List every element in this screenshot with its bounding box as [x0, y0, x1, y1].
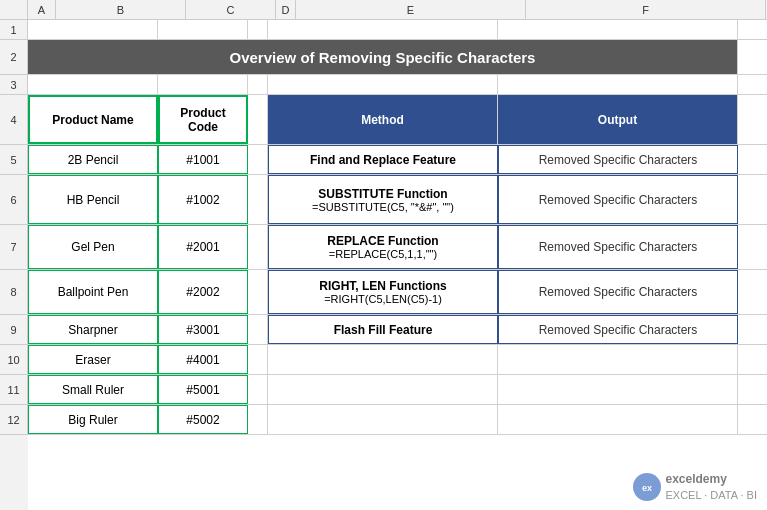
cell-f3 [498, 75, 738, 94]
cell-c1 [158, 20, 248, 39]
cell-d6 [248, 175, 268, 224]
product-code-1: #1002 [158, 175, 248, 224]
svg-text:ex: ex [641, 483, 651, 493]
cell-d3 [248, 75, 268, 94]
output-header: Output [498, 95, 738, 144]
row-6: HB Pencil #1002 SUBSTITUTE Function =SUB… [28, 175, 767, 225]
content-area: Overview of Removing Specific Characters… [28, 20, 767, 510]
row-7: Gel Pen #2001 REPLACE Function =REPLACE(… [28, 225, 767, 270]
product-name-header: Product Name [28, 95, 158, 144]
cell-d10 [248, 345, 268, 374]
method-2: REPLACE Function =REPLACE(C5,1,1,"") [268, 225, 498, 269]
row-4: Product Name Product Code Method Output [28, 95, 767, 145]
col-header-e: E [296, 0, 526, 19]
cell-c3 [158, 75, 248, 94]
col-header-c: C [186, 0, 276, 19]
spreadsheet: A B C D E F 1 2 3 4 5 6 7 8 9 10 11 12 [0, 0, 767, 510]
cell-d11 [248, 375, 268, 404]
cell-d5 [248, 145, 268, 174]
output-1: Removed Specific Characters [498, 175, 738, 224]
cell-f11 [498, 375, 738, 404]
product-code-2: #2001 [158, 225, 248, 269]
cell-e1 [268, 20, 498, 39]
product-name-6: Small Ruler [28, 375, 158, 404]
cell-e12 [268, 405, 498, 434]
cell-f1 [498, 20, 738, 39]
cell-b1 [28, 20, 158, 39]
row-num-4: 4 [0, 95, 28, 145]
product-name-7: Big Ruler [28, 405, 158, 434]
method-0: Find and Replace Feature [268, 145, 498, 174]
corner-cell [0, 0, 28, 19]
product-name-4: Sharpner [28, 315, 158, 344]
row-8: Ballpoint Pen #2002 RIGHT, LEN Functions… [28, 270, 767, 315]
row-num-12: 12 [0, 405, 28, 435]
cell-d8 [248, 270, 268, 314]
cell-d7 [248, 225, 268, 269]
row-12: Big Ruler #5002 [28, 405, 767, 435]
row-10: Eraser #4001 [28, 345, 767, 375]
watermark: ex exceldemy EXCEL · DATA · BI [633, 472, 758, 502]
method-4: Flash Fill Feature [268, 315, 498, 344]
product-name-5: Eraser [28, 345, 158, 374]
sheet-title: Overview of Removing Specific Characters [28, 40, 738, 74]
row-11: Small Ruler #5001 [28, 375, 767, 405]
row-num-6: 6 [0, 175, 28, 225]
row-numbers: 1 2 3 4 5 6 7 8 9 10 11 12 [0, 20, 28, 510]
cell-d9 [248, 315, 268, 344]
cell-f10 [498, 345, 738, 374]
product-code-6: #5001 [158, 375, 248, 404]
row-num-7: 7 [0, 225, 28, 270]
method-header: Method [268, 95, 498, 144]
cell-e11 [268, 375, 498, 404]
product-name-1: HB Pencil [28, 175, 158, 224]
cell-b3 [28, 75, 158, 94]
output-3: Removed Specific Characters [498, 270, 738, 314]
row-num-8: 8 [0, 270, 28, 315]
product-code-5: #4001 [158, 345, 248, 374]
cell-f12 [498, 405, 738, 434]
row-num-10: 10 [0, 345, 28, 375]
row-2: Overview of Removing Specific Characters [28, 40, 767, 75]
method-3: RIGHT, LEN Functions =RIGHT(C5,LEN(C5)-1… [268, 270, 498, 314]
col-header-a: A [28, 0, 56, 19]
output-4: Removed Specific Characters [498, 315, 738, 344]
cell-e3 [268, 75, 498, 94]
col-header-d: D [276, 0, 296, 19]
cell-d4 [248, 95, 268, 144]
watermark-text: exceldemy EXCEL · DATA · BI [666, 472, 758, 502]
row-num-11: 11 [0, 375, 28, 405]
output-2: Removed Specific Characters [498, 225, 738, 269]
output-0: Removed Specific Characters [498, 145, 738, 174]
col-header-f: F [526, 0, 766, 19]
product-code-4: #3001 [158, 315, 248, 344]
row-num-1: 1 [0, 20, 28, 40]
column-headers: A B C D E F [0, 0, 767, 20]
product-code-7: #5002 [158, 405, 248, 434]
cell-d1 [248, 20, 268, 39]
method-1: SUBSTITUTE Function =SUBSTITUTE(C5, "*&#… [268, 175, 498, 224]
row-num-2: 2 [0, 40, 28, 75]
row-3 [28, 75, 767, 95]
col-header-b: B [56, 0, 186, 19]
grid-body: 1 2 3 4 5 6 7 8 9 10 11 12 O [0, 20, 767, 510]
watermark-logo: ex [633, 473, 661, 501]
row-9: Sharpner #3001 Flash Fill Feature Remove… [28, 315, 767, 345]
cell-e10 [268, 345, 498, 374]
product-name-2: Gel Pen [28, 225, 158, 269]
row-1 [28, 20, 767, 40]
row-5: 2B Pencil #1001 Find and Replace Feature… [28, 145, 767, 175]
product-code-3: #2002 [158, 270, 248, 314]
product-code-0: #1001 [158, 145, 248, 174]
cell-d12 [248, 405, 268, 434]
row-num-3: 3 [0, 75, 28, 95]
product-code-header: Product Code [158, 95, 248, 144]
product-name-0: 2B Pencil [28, 145, 158, 174]
row-num-9: 9 [0, 315, 28, 345]
product-name-3: Ballpoint Pen [28, 270, 158, 314]
row-num-5: 5 [0, 145, 28, 175]
